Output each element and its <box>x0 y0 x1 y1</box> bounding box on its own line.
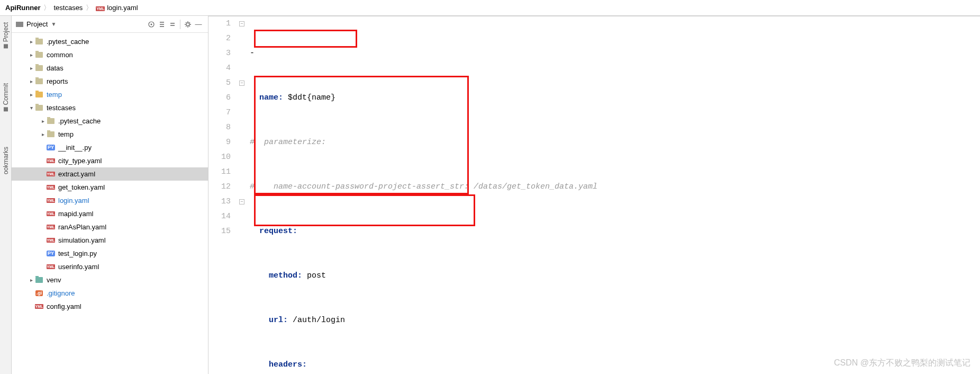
folder-icon <box>35 92 43 97</box>
chevron-icon[interactable]: ▸ <box>28 65 35 71</box>
folder-icon <box>35 52 43 58</box>
tree-item-label: temp <box>58 130 74 138</box>
chevron-icon[interactable]: ▸ <box>28 92 35 97</box>
chevron-right-icon: 〉 <box>43 3 50 13</box>
tree-item-label: testcases <box>47 104 76 112</box>
tree-item-label: config.yaml <box>47 302 81 310</box>
python-icon: PY <box>47 145 55 150</box>
fold-minus-icon[interactable]: − <box>239 21 244 26</box>
separator <box>180 20 180 29</box>
fold-column[interactable]: − − − <box>238 16 247 374</box>
tree-item-label: city_type.yaml <box>58 157 102 165</box>
gutter-line: 14 <box>208 209 231 224</box>
tab-bookmarks-tool[interactable]: ookmarks <box>1 143 11 179</box>
annotation-box <box>254 194 475 226</box>
code-editor[interactable]: 123456789101112131415 − − − - name: $ddt… <box>208 16 980 374</box>
chevron-icon[interactable]: ▸ <box>28 277 35 283</box>
project-view-select[interactable]: Project ▼ <box>16 20 56 28</box>
editor-area: PYtest_login.py×PYrequest_util.py×PYyaml… <box>208 16 980 374</box>
tree-item-label: mapid.yaml <box>58 210 93 218</box>
tree-item[interactable]: ▾testcases <box>12 101 208 114</box>
gutter-line: 7 <box>208 105 231 120</box>
gutter-line: 3 <box>208 46 231 61</box>
gutter-line: 6 <box>208 91 231 105</box>
tree-item[interactable]: YMLmapid.yaml <box>12 207 208 220</box>
yaml-icon: YML <box>35 304 44 309</box>
tree-item-label: simulation.yaml <box>58 236 106 244</box>
folder-icon <box>35 105 43 111</box>
tree-item[interactable]: PYtest_login.py <box>12 247 208 260</box>
tree-item[interactable]: YMLextract.yaml <box>12 167 208 181</box>
tree-item[interactable]: YMLconfig.yaml <box>12 300 208 313</box>
annotation-box <box>254 30 357 48</box>
gutter-line: 4 <box>208 61 231 76</box>
tab-project-tool[interactable]: Project <box>1 18 11 52</box>
tree-item[interactable]: ▸temp <box>12 128 208 141</box>
hide-icon[interactable]: — <box>193 19 204 30</box>
tree-item-label: __init__.py <box>58 144 92 152</box>
tree-item[interactable]: PY__init__.py <box>12 141 208 154</box>
tree-item[interactable]: ▸.pytest_cache <box>12 35 208 48</box>
tree-item[interactable]: YMLcity_type.yaml <box>12 154 208 167</box>
svg-point-1 <box>151 23 152 25</box>
tree-item[interactable]: .gi.gitignore <box>12 287 208 300</box>
locate-icon[interactable] <box>146 19 157 30</box>
tree-item[interactable]: YMLranAsPlan.yaml <box>12 220 208 234</box>
gear-icon[interactable] <box>183 19 193 30</box>
project-icon <box>4 44 8 48</box>
sidebar-header: Project ▼ — <box>12 16 208 33</box>
gutter-line: 13 <box>208 194 231 209</box>
tree-item-label: ranAsPlan.yaml <box>58 223 106 231</box>
expand-all-icon[interactable] <box>157 19 167 30</box>
gutter: 123456789101112131415 <box>208 16 238 374</box>
gutter-line: 8 <box>208 120 231 135</box>
gutter-line: 15 <box>208 224 231 239</box>
chevron-icon[interactable]: ▸ <box>28 52 35 58</box>
yaml-icon: YML <box>47 172 56 176</box>
tree-item[interactable]: ▸venv <box>12 273 208 287</box>
tree-item[interactable]: YMLuserinfo.yaml <box>12 260 208 273</box>
fold-minus-icon[interactable]: − <box>239 81 244 86</box>
tree-item[interactable]: ▸datas <box>12 61 208 75</box>
chevron-icon[interactable]: ▸ <box>39 118 47 124</box>
tree-item-label: login.yaml <box>58 197 89 204</box>
chevron-icon[interactable]: ▸ <box>39 131 47 137</box>
gutter-line: 11 <box>208 165 231 180</box>
gutter-line: 10 <box>208 150 231 165</box>
tree-item[interactable]: YMLget_token.yaml <box>12 181 208 194</box>
yaml-icon: YML <box>47 211 56 216</box>
tree-item[interactable]: YMLsimulation.yaml <box>12 234 208 247</box>
tree-item-label: .pytest_cache <box>58 117 101 125</box>
tree-item[interactable]: ▸reports <box>12 75 208 88</box>
python-icon: PY <box>47 251 55 256</box>
gutter-line: 5 <box>208 76 231 91</box>
tree-item[interactable]: ▸common <box>12 48 208 61</box>
yaml-icon: YML <box>47 264 56 269</box>
collapse-all-icon[interactable] <box>167 19 178 30</box>
breadcrumb-folder[interactable]: testcases <box>53 4 83 12</box>
gitignore-icon: .gi <box>35 290 43 296</box>
fold-minus-icon[interactable]: − <box>239 199 244 204</box>
tree-item[interactable]: ▸temp <box>12 88 208 101</box>
chevron-icon[interactable]: ▾ <box>28 105 35 111</box>
code-body[interactable]: - name: $ddt{name} # parameterize: # nam… <box>247 16 980 374</box>
project-tree[interactable]: ▸.pytest_cache▸common▸datas▸reports▸temp… <box>12 33 208 374</box>
breadcrumb: ApiRunner 〉 testcases 〉 YML login.yaml <box>0 0 980 16</box>
breadcrumb-root[interactable]: ApiRunner <box>5 4 40 12</box>
folder-icon <box>35 65 43 71</box>
breadcrumb-file[interactable]: YML login.yaml <box>96 4 138 12</box>
project-sidebar: Project ▼ — ▸.pytest_cache▸common▸datas▸… <box>12 16 208 374</box>
chevron-icon[interactable]: ▸ <box>28 78 35 84</box>
tree-item[interactable]: YMLlogin.yaml <box>12 194 208 207</box>
tree-item-label: .pytest_cache <box>47 38 89 46</box>
tree-item-label: userinfo.yaml <box>58 263 99 271</box>
tree-item[interactable]: ▸.pytest_cache <box>12 114 208 128</box>
yaml-icon: YML <box>47 158 56 163</box>
chevron-right-icon: 〉 <box>86 3 93 13</box>
gutter-line: 12 <box>208 180 231 194</box>
project-icon <box>16 22 23 27</box>
yaml-icon: YML <box>96 6 105 11</box>
chevron-icon[interactable]: ▸ <box>28 39 35 44</box>
commit-icon <box>4 108 8 112</box>
tab-commit-tool[interactable]: Commit <box>1 79 11 115</box>
